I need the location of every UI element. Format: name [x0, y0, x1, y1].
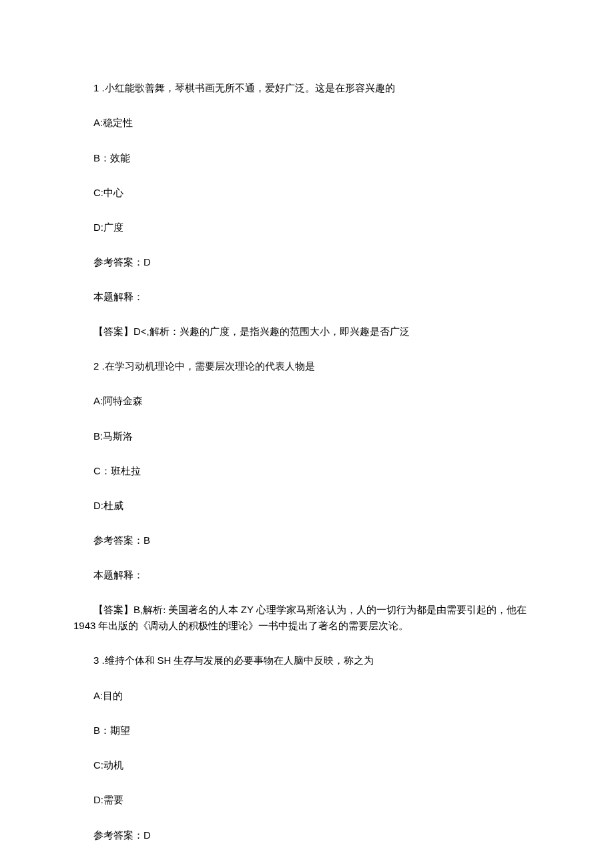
question-text: 小红能歌善舞，琴棋书画无所不通，爱好广泛。这是在形容兴趣的 [105, 83, 395, 93]
option-label: C: [93, 187, 103, 198]
question-latin: SH [157, 655, 171, 666]
answer-line: 参考答案：B [73, 532, 541, 548]
option-text: 效能 [110, 153, 130, 163]
option-text: 目的 [103, 691, 123, 701]
explanation-year: 1943 [73, 620, 95, 631]
explanation-body: 【答案】B,解析: 美国著名的人本 ZY 心理学家马斯洛认为，人的一切行为都是由… [73, 602, 541, 634]
option-text: 稳定性 [103, 117, 133, 128]
option-a: A:阿特金森 [73, 393, 541, 409]
answer-line: 参考答案：D [73, 827, 541, 843]
option-label: D: [93, 500, 103, 511]
explanation-text: 解析：兴趣的广度，是指兴趣的范围大小，即兴趣是否广泛 [149, 326, 410, 337]
explanation-latin: ZY [241, 604, 254, 615]
answer-value: D [143, 256, 151, 268]
document-page: 1 .小红能歌善舞，琴棋书画无所不通，爱好广泛。这是在形容兴趣的 A:稳定性 B… [0, 0, 614, 868]
explanation-text: 年出版的《调动人的积极性的理论》一书中提出了著名的需要层次论。 [95, 620, 408, 631]
option-text: 中心 [103, 187, 123, 198]
answer-value: B [143, 534, 150, 546]
option-d: D:杜威 [73, 498, 541, 514]
explanation-prefix: 【答案】 [93, 604, 133, 615]
option-c: C：班杜拉 [73, 463, 541, 479]
explanation-label-text: 本题解释： [93, 570, 143, 580]
option-a: A:稳定性 [73, 115, 541, 131]
explanation-prefix: 【答案】 [93, 326, 133, 337]
option-b: B：期望 [73, 723, 541, 739]
option-label: D: [93, 222, 103, 233]
option-label: B： [93, 152, 110, 163]
question-stem: 2 .在学习动机理论中，需要层次理论的代表人物是 [73, 358, 541, 374]
question-stem: 1 .小红能歌善舞，琴棋书画无所不通，爱好广泛。这是在形容兴趣的 [73, 80, 541, 96]
option-text: 期望 [110, 725, 130, 736]
explanation-text: 解析: 美国著名的人本 [143, 604, 241, 615]
option-text: 阿特金森 [103, 396, 143, 406]
option-c: C:动机 [73, 757, 541, 773]
option-label: C： [93, 465, 111, 476]
option-label: B： [93, 725, 110, 736]
option-label: A: [93, 690, 103, 701]
answer-value: D [143, 829, 151, 841]
explanation-body: 【答案】D<,解析：兴趣的广度，是指兴趣的范围大小，即兴趣是否广泛 [73, 324, 541, 340]
option-d: D:广度 [73, 220, 541, 236]
answer-label: 参考答案： [93, 257, 143, 268]
answer-label: 参考答案： [93, 535, 143, 546]
option-b: B:马斯洛 [73, 428, 541, 444]
option-a: A:目的 [73, 688, 541, 704]
option-text: 班杜拉 [111, 466, 141, 476]
answer-line: 参考答案：D [73, 254, 541, 270]
option-c: C:中心 [73, 185, 541, 201]
question-dot: . [99, 82, 104, 93]
explanation-letter: B, [133, 604, 143, 615]
option-text: 杜威 [103, 500, 123, 511]
explanation-label-text: 本题解释： [93, 292, 143, 302]
question-text: 在学习动机理论中，需要层次理论的代表人物是 [105, 361, 315, 372]
option-text: 马斯洛 [103, 431, 133, 442]
option-text: 需要 [103, 795, 123, 805]
option-label: A: [93, 117, 103, 128]
explanation-text: 心理学家马斯洛认为，人的一切行为都是由需要引起的，他在 [254, 604, 527, 615]
question-dot: . [99, 655, 104, 666]
question-text: 维持个体和 [105, 655, 158, 666]
question-stem: 3 .维持个体和 SH 生存与发展的必要事物在人脑中反映，称之为 [73, 653, 541, 669]
explanation-letter: D<, [133, 326, 149, 337]
explanation-label: 本题解释： [73, 568, 541, 583]
option-text: 动机 [103, 760, 123, 771]
explanation-label: 本题解释： [73, 290, 541, 305]
option-text: 广度 [103, 222, 123, 233]
option-d: D:需要 [73, 792, 541, 808]
option-label: D: [93, 794, 103, 805]
option-label: B: [93, 430, 103, 442]
question-text: 生存与发展的必要事物在人脑中反映，称之为 [171, 655, 374, 666]
option-label: A: [93, 395, 103, 406]
option-label: C: [93, 759, 103, 771]
answer-label: 参考答案： [93, 830, 143, 841]
question-dot: . [99, 360, 104, 372]
option-b: B：效能 [73, 150, 541, 166]
